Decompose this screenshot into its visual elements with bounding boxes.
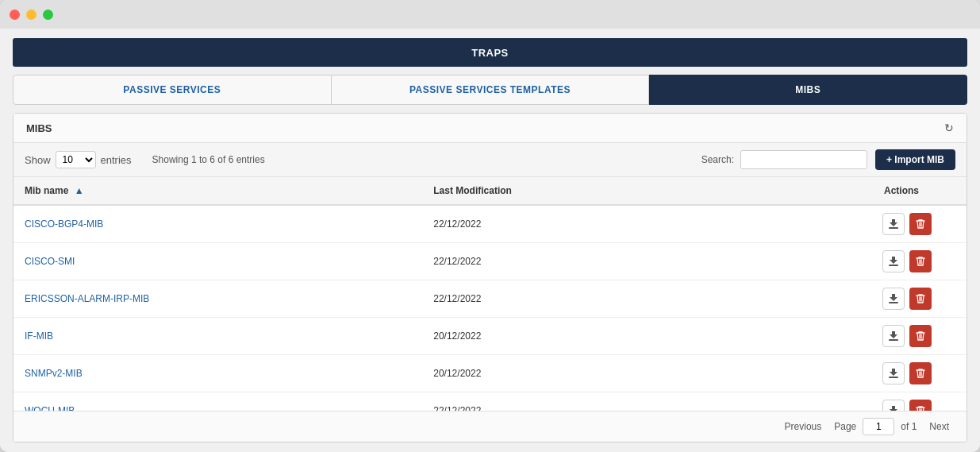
table-row: CISCO-BGP4-MIB 22/12/2022	[13, 205, 967, 243]
next-button[interactable]: Next	[923, 418, 955, 435]
show-label: Show	[25, 154, 51, 166]
delete-button[interactable]	[909, 400, 932, 411]
tab-passive-services-templates[interactable]: PASSIVE SERVICES TEMPLATES	[332, 75, 650, 105]
import-mib-button[interactable]: + Import MIB	[875, 149, 955, 170]
last-modification-cell: 20/12/2022	[422, 355, 701, 392]
actions-cell	[701, 318, 967, 355]
mib-name-cell[interactable]: SNMPv2-MIB	[13, 355, 422, 392]
mib-name-cell[interactable]: CISCO-BGP4-MIB	[13, 205, 422, 243]
tab-passive-services[interactable]: PASSIVE SERVICES	[13, 75, 332, 105]
last-modification-cell: 22/12/2022	[422, 280, 701, 318]
download-button[interactable]	[882, 400, 905, 411]
entries-select[interactable]: 10 25 50 100	[56, 151, 96, 168]
table-row: WOCU-MIB 22/12/2022	[13, 392, 967, 411]
controls-right: Search: + Import MIB	[701, 149, 955, 170]
sort-arrow-icon: ▲	[75, 185, 84, 196]
svg-rect-4	[889, 377, 898, 378]
table-header-row: Mib name ▲ Last Modification Actions	[13, 177, 967, 205]
svg-rect-1	[889, 265, 898, 266]
mibs-table: Mib name ▲ Last Modification Actions	[13, 177, 967, 411]
page-input[interactable]	[863, 418, 894, 435]
panel-header: MIBS ↻	[13, 114, 967, 143]
download-button[interactable]	[882, 288, 905, 310]
panel-footer: Previous Page of 1 Next	[13, 411, 967, 442]
table-row: SNMPv2-MIB 20/12/2022	[13, 355, 967, 392]
of-label: of 1	[901, 421, 917, 432]
delete-button[interactable]	[909, 288, 932, 310]
download-button[interactable]	[882, 213, 905, 235]
table-row: ERICSSON-ALARM-IRP-MIB 22/12/2022	[13, 280, 967, 318]
col-actions: Actions	[701, 177, 967, 205]
delete-button[interactable]	[909, 325, 932, 347]
actions-cell	[701, 205, 967, 243]
last-modification-cell: 20/12/2022	[422, 318, 701, 355]
svg-rect-3	[889, 339, 898, 341]
mib-name-cell[interactable]: CISCO-SMI	[13, 243, 422, 280]
title-bar	[0, 0, 980, 29]
top-bar-title: TRAPS	[471, 47, 509, 59]
mibs-panel: MIBS ↻ Show 10 25 50 100 entries	[13, 113, 967, 442]
col-last-modification: Last Modification	[422, 177, 701, 205]
actions-cell	[701, 392, 967, 411]
search-label: Search:	[701, 154, 734, 165]
last-modification-cell: 22/12/2022	[422, 392, 701, 411]
table-controls: Show 10 25 50 100 entries Showing 1 to 6…	[13, 143, 967, 177]
page-label: Page	[834, 421, 856, 432]
delete-button[interactable]	[909, 213, 932, 235]
search-input[interactable]	[740, 150, 867, 169]
actions-cell	[701, 280, 967, 318]
search-area: Search:	[701, 150, 867, 169]
table-row: IF-MIB 20/12/2022	[13, 318, 967, 355]
top-bar: TRAPS	[13, 38, 967, 67]
panel-title: MIBS	[26, 122, 52, 134]
app-window: TRAPS PASSIVE SERVICES PASSIVE SERVICES …	[0, 0, 980, 452]
col-mib-name[interactable]: Mib name ▲	[13, 177, 422, 205]
refresh-icon[interactable]: ↻	[944, 122, 954, 134]
tab-mibs[interactable]: MIBS	[649, 75, 967, 105]
svg-rect-2	[889, 302, 898, 303]
tabs-row: PASSIVE SERVICES PASSIVE SERVICES TEMPLA…	[13, 75, 967, 105]
actions-cell	[701, 243, 967, 280]
delete-button[interactable]	[909, 362, 932, 384]
delete-button[interactable]	[909, 250, 932, 272]
svg-rect-0	[889, 227, 898, 229]
mib-name-cell[interactable]: WOCU-MIB	[13, 392, 422, 411]
previous-button[interactable]: Previous	[778, 418, 828, 435]
entries-info: Showing 1 to 6 of 6 entries	[152, 154, 265, 165]
download-button[interactable]	[882, 250, 905, 272]
minimize-button[interactable]	[26, 10, 37, 20]
actions-cell	[701, 355, 967, 392]
show-entries: Show 10 25 50 100 entries	[25, 151, 132, 168]
table-row: CISCO-SMI 22/12/2022	[13, 243, 967, 280]
download-button[interactable]	[882, 362, 905, 384]
mib-name-cell[interactable]: ERICSSON-ALARM-IRP-MIB	[13, 280, 422, 318]
last-modification-cell: 22/12/2022	[422, 205, 701, 243]
close-button[interactable]	[10, 10, 20, 20]
table-body: CISCO-BGP4-MIB 22/12/2022	[13, 205, 967, 411]
maximize-button[interactable]	[43, 10, 53, 20]
last-modification-cell: 22/12/2022	[422, 243, 701, 280]
content-area: TRAPS PASSIVE SERVICES PASSIVE SERVICES …	[0, 29, 980, 452]
mib-name-cell[interactable]: IF-MIB	[13, 318, 422, 355]
table-wrapper: Mib name ▲ Last Modification Actions	[13, 177, 967, 411]
download-button[interactable]	[882, 325, 905, 347]
entries-label: entries	[101, 154, 132, 166]
